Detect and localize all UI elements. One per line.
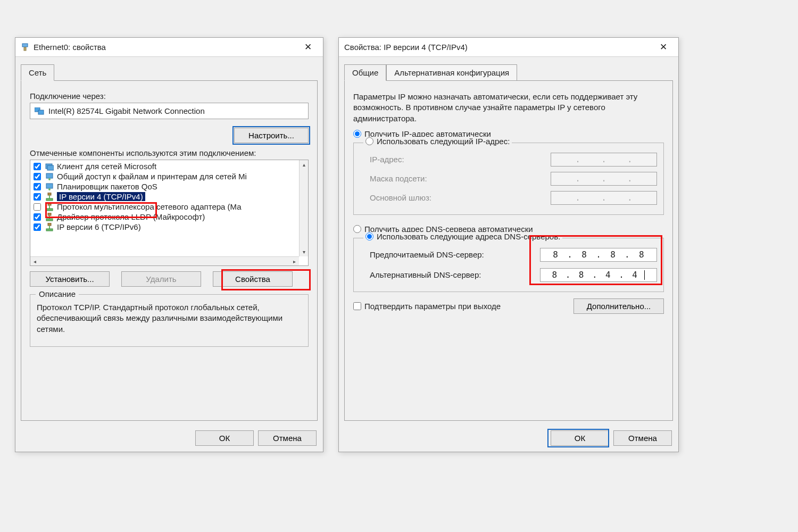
description-caption: Описание: [36, 289, 79, 298]
svg-rect-16: [48, 213, 51, 215]
list-item[interactable]: IP версии 6 (TCP/IPv6): [30, 222, 308, 232]
svg-rect-17: [49, 215, 50, 219]
scroll-right-icon[interactable]: ▸: [290, 257, 299, 266]
dialog-buttons: ОК Отмена: [15, 426, 323, 452]
radio-dns-manual-label: Использовать следующие адреса DNS-сервер…: [377, 232, 560, 241]
svg-rect-15: [46, 209, 53, 211]
dns2-input[interactable]: 8 . 8 . 4 . 4: [540, 268, 657, 282]
svg-rect-0: [22, 44, 28, 47]
tab-alt-config[interactable]: Альтернативная конфигурация: [386, 64, 517, 81]
tab-body: Подключение через: Intel(R) 82574L Gigab…: [21, 80, 318, 421]
svg-rect-14: [49, 205, 50, 209]
svg-rect-21: [46, 229, 53, 231]
svg-rect-10: [48, 193, 51, 195]
list-item-checkbox[interactable]: [34, 183, 41, 190]
svg-rect-3: [38, 110, 44, 114]
properties-button[interactable]: Свойства: [213, 271, 293, 287]
list-item-label: Общий доступ к файлам и принтерам для се…: [57, 172, 247, 181]
protocol-icon: [45, 223, 54, 231]
gateway-label: Основной шлюз:: [370, 193, 551, 202]
configure-button[interactable]: Настроить...: [234, 128, 309, 143]
dns-manual-group: Использовать следующие адреса DNS-сервер…: [353, 238, 664, 292]
tab-network[interactable]: Сеть: [21, 64, 54, 81]
list-item-label: IP версии 4 (TCP/IPv4): [57, 192, 145, 201]
list-item-label: Протокол мультиплексора сетевого адаптер…: [57, 202, 242, 211]
scrollbar-vertical[interactable]: ▴ ▾: [299, 160, 308, 256]
list-item-label: Клиент для сетей Microsoft: [57, 162, 156, 171]
svg-rect-11: [49, 195, 50, 198]
list-item-checkbox[interactable]: [34, 203, 41, 211]
titlebar[interactable]: Свойства: IP версии 4 (TCP/IPv4) ✕: [339, 38, 678, 57]
svg-rect-12: [46, 198, 53, 201]
components-list[interactable]: Клиент для сетей MicrosoftОбщий доступ к…: [30, 160, 309, 266]
dns1-label: Предпочитаемый DNS-сервер:: [370, 250, 540, 259]
ip-label: IP-адрес:: [370, 155, 551, 164]
mask-label: Маска подсети:: [370, 174, 551, 183]
scroll-up-icon[interactable]: ▴: [300, 160, 309, 169]
radio-ip-manual-input[interactable]: [365, 137, 373, 145]
list-item-checkbox[interactable]: [34, 193, 41, 201]
install-button[interactable]: Установить...: [30, 271, 110, 287]
list-item[interactable]: Планировщик пакетов QoS: [30, 181, 308, 192]
radio-dns-auto-input[interactable]: [353, 225, 361, 233]
tab-general[interactable]: Общие: [344, 64, 386, 81]
components-label: Отмеченные компоненты используются этим …: [30, 148, 309, 157]
svg-rect-13: [48, 203, 51, 205]
close-button[interactable]: ✕: [296, 39, 320, 55]
cancel-button[interactable]: Отмена: [258, 430, 317, 446]
svg-point-9: [48, 188, 51, 190]
close-button[interactable]: ✕: [652, 39, 675, 55]
description-box: Описание Протокол TCP/IP. Стандартный пр…: [30, 294, 309, 347]
list-item-label: Драйвер протокола LLDP (Майкрософт): [57, 212, 205, 221]
adapter-name: Intel(R) 82574L Gigabit Network Connecti…: [48, 106, 205, 115]
advanced-button[interactable]: Дополнительно...: [573, 298, 664, 314]
validate-checkbox-label: Подтвердить параметры при выходе: [364, 302, 501, 311]
service-icon: [45, 172, 54, 181]
list-item-checkbox[interactable]: [34, 223, 41, 231]
mask-input: ...: [551, 172, 657, 186]
validate-checkbox[interactable]: Подтвердить параметры при выходе: [353, 302, 501, 311]
ip-manual-group: Использовать следующий IP-адрес: IP-адре…: [353, 143, 664, 215]
svg-point-7: [48, 178, 51, 180]
list-item[interactable]: IP версии 4 (TCP/IPv4): [30, 192, 308, 202]
dns2-label: Альтернативный DNS-сервер:: [370, 270, 540, 279]
network-adapter-icon: [21, 43, 29, 52]
ethernet-properties-dialog: Ethernet0: свойства ✕ Сеть Подключение ч…: [15, 37, 323, 452]
list-item[interactable]: Клиент для сетей Microsoft: [30, 161, 308, 171]
description-text: Протокол TCP/IP. Стандартный протокол гл…: [37, 302, 302, 335]
list-item-label: Планировщик пакетов QoS: [57, 182, 157, 191]
adapter-icon: [35, 107, 44, 115]
svg-rect-5: [47, 165, 54, 170]
scroll-left-icon[interactable]: ◂: [30, 257, 39, 266]
protocol-icon: [45, 203, 54, 211]
list-item-checkbox[interactable]: [34, 173, 41, 180]
tabstrip: Сеть: [15, 57, 323, 80]
svg-rect-1: [24, 47, 26, 51]
service-icon: [45, 182, 54, 191]
titlebar[interactable]: Ethernet0: свойства ✕: [15, 38, 323, 57]
dialog-title: Свойства: IP версии 4 (TCP/IPv4): [344, 43, 652, 52]
scrollbar-horizontal[interactable]: ◂ ▸: [30, 256, 299, 265]
list-item[interactable]: Драйвер протокола LLDP (Майкрософт): [30, 212, 308, 222]
list-item[interactable]: Общий доступ к файлам и принтерам для се…: [30, 171, 308, 181]
list-item[interactable]: Протокол мультиплексора сетевого адаптер…: [30, 202, 308, 212]
ok-button[interactable]: ОК: [195, 430, 254, 446]
cancel-button[interactable]: Отмена: [613, 430, 672, 446]
svg-rect-20: [49, 226, 50, 229]
dialog-buttons: ОК Отмена: [339, 426, 678, 452]
protocol-icon: [45, 193, 54, 201]
intro-text: Параметры IP можно назначать автоматичес…: [353, 92, 664, 124]
radio-dns-manual-input[interactable]: [365, 232, 373, 240]
tabstrip: Общие Альтернативная конфигурация: [339, 57, 678, 80]
ipv4-properties-dialog: Свойства: IP версии 4 (TCP/IPv4) ✕ Общие…: [338, 37, 679, 452]
connect-label: Подключение через:: [30, 92, 309, 101]
radio-ip-auto-input[interactable]: [353, 130, 361, 138]
protocol-icon: [45, 213, 54, 221]
validate-checkbox-input[interactable]: [353, 302, 361, 310]
list-item-checkbox[interactable]: [34, 213, 41, 221]
ok-button[interactable]: ОК: [551, 430, 609, 446]
dns1-input[interactable]: 8 . 8 . 8 . 8: [540, 248, 657, 262]
list-item-checkbox[interactable]: [34, 163, 41, 170]
component-buttons: Установить... Удалить Свойства: [30, 266, 309, 287]
scroll-down-icon[interactable]: ▾: [300, 247, 309, 256]
